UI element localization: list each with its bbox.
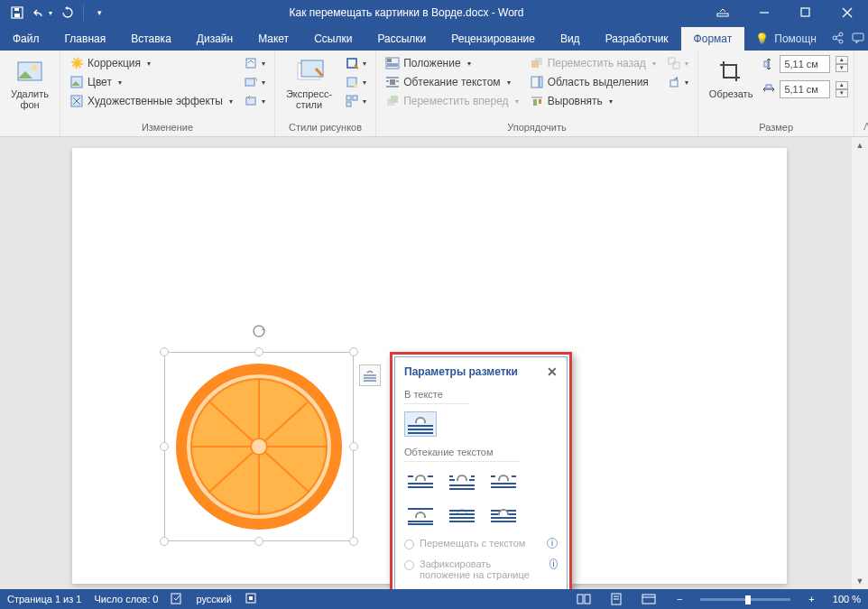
artistic-effects-button[interactable]: Художественные эффекты▾ bbox=[66, 92, 236, 110]
svg-rect-13 bbox=[853, 33, 863, 41]
minimize-button[interactable] bbox=[743, 0, 785, 25]
zoom-in-button[interactable]: + bbox=[803, 594, 819, 604]
reset-pic-icon bbox=[244, 94, 258, 108]
align-button[interactable]: Выровнять▾ bbox=[526, 92, 660, 110]
ribbon-collapse-area: ᐱ bbox=[854, 51, 868, 136]
close-button[interactable] bbox=[826, 0, 868, 25]
resize-handle-sw[interactable] bbox=[160, 537, 169, 546]
undo-button[interactable]: ▾ bbox=[31, 2, 54, 23]
popup-close-button[interactable]: ✕ bbox=[547, 364, 558, 379]
save-button[interactable] bbox=[5, 2, 29, 23]
tab-view[interactable]: Вид bbox=[548, 27, 593, 51]
change-picture-button[interactable]: ▾ bbox=[240, 73, 269, 91]
svg-rect-1 bbox=[14, 14, 20, 17]
tab-format[interactable]: Формат bbox=[681, 27, 745, 51]
print-layout-button[interactable] bbox=[606, 591, 626, 607]
resize-handle-w[interactable] bbox=[160, 442, 169, 451]
height-field[interactable]: 5,11 см ▴▾ bbox=[762, 54, 848, 74]
group-title-arrange: Упорядочить bbox=[382, 120, 692, 134]
wrap-infront-option[interactable] bbox=[487, 503, 520, 529]
rotate-handle[interactable] bbox=[251, 323, 267, 339]
redo-button[interactable] bbox=[56, 2, 79, 23]
selection-pane-icon bbox=[530, 75, 544, 89]
width-up[interactable]: ▴ bbox=[836, 81, 848, 89]
resize-handle-n[interactable] bbox=[254, 347, 263, 356]
zoom-level[interactable]: 100 % bbox=[833, 594, 861, 604]
svg-rect-43 bbox=[540, 77, 542, 88]
crop-button[interactable]: Обрезать bbox=[704, 54, 759, 103]
rotate-button[interactable]: ▾ bbox=[663, 73, 692, 91]
ribbon-options-button[interactable] bbox=[702, 0, 743, 25]
svg-line-12 bbox=[836, 39, 840, 41]
macro-icon[interactable] bbox=[245, 592, 257, 606]
resize-handle-e[interactable] bbox=[349, 442, 358, 451]
wrap-square-option[interactable] bbox=[404, 469, 437, 494]
wrap-through-option[interactable] bbox=[487, 469, 520, 494]
see-more-link[interactable]: См. далее... bbox=[404, 587, 558, 589]
tab-developer[interactable]: Разработчик bbox=[593, 27, 681, 51]
qat-customize[interactable]: ▾ bbox=[88, 2, 111, 23]
layout-options-button[interactable] bbox=[359, 364, 381, 386]
resize-handle-nw[interactable] bbox=[160, 347, 169, 356]
tab-insert[interactable]: Вставка bbox=[118, 27, 184, 51]
resize-handle-s[interactable] bbox=[254, 537, 263, 546]
selected-image[interactable] bbox=[164, 352, 354, 541]
wrap-behind-option[interactable] bbox=[446, 503, 478, 529]
word-count[interactable]: Число слов: 0 bbox=[94, 594, 158, 604]
language-indicator[interactable]: русский bbox=[196, 594, 231, 604]
zoom-slider[interactable] bbox=[700, 598, 790, 601]
tab-mailings[interactable]: Рассылки bbox=[365, 27, 439, 51]
svg-rect-19 bbox=[245, 78, 254, 86]
wrap-topbottom-option[interactable] bbox=[404, 503, 437, 529]
maximize-button[interactable] bbox=[785, 0, 826, 25]
group-objects-button: ▾ bbox=[663, 54, 692, 72]
vertical-scrollbar[interactable]: ▲ ▼ bbox=[852, 137, 868, 589]
svg-rect-42 bbox=[531, 77, 539, 88]
wrap-inline-option[interactable] bbox=[404, 411, 437, 437]
proofing-icon[interactable] bbox=[171, 592, 183, 606]
tell-me[interactable]: 💡Помощн bbox=[744, 27, 827, 51]
collapse-ribbon-button[interactable]: ᐱ bbox=[860, 119, 868, 134]
selection-pane-button[interactable]: Область выделения bbox=[526, 73, 660, 91]
color-button[interactable]: Цвет▾ bbox=[66, 73, 236, 91]
width-field[interactable]: 5,11 см ▴▾ bbox=[762, 79, 848, 99]
zoom-out-button[interactable]: − bbox=[671, 594, 688, 604]
tab-layout[interactable]: Макет bbox=[245, 27, 301, 51]
resize-handle-se[interactable] bbox=[349, 537, 358, 546]
comments-button[interactable] bbox=[847, 25, 868, 51]
group-adjust: ☀️Коррекция▾ Цвет▾ Художественные эффект… bbox=[60, 51, 275, 136]
share-button[interactable] bbox=[827, 25, 848, 51]
info-icon[interactable]: i bbox=[549, 558, 558, 569]
scroll-down[interactable]: ▼ bbox=[852, 573, 868, 589]
picture-border-button[interactable]: ▾ bbox=[341, 54, 370, 72]
wrap-text-button[interactable]: Обтекание текстом▾ bbox=[382, 73, 522, 91]
tab-home[interactable]: Главная bbox=[52, 27, 119, 51]
web-layout-button[interactable] bbox=[639, 591, 659, 607]
send-backward-icon bbox=[530, 56, 544, 70]
scroll-up[interactable]: ▲ bbox=[852, 137, 868, 153]
quick-styles-button[interactable]: Экспресс-стили bbox=[281, 54, 337, 114]
tab-file[interactable]: Файл bbox=[0, 27, 52, 51]
svg-rect-61 bbox=[171, 594, 180, 604]
info-icon[interactable]: i bbox=[547, 538, 558, 549]
picture-effects-button[interactable]: ▾ bbox=[341, 73, 370, 91]
page-indicator[interactable]: Страница 1 из 1 bbox=[7, 594, 81, 604]
reset-picture-button[interactable]: ▾ bbox=[240, 92, 269, 110]
remove-background-button[interactable]: Удалить фон bbox=[5, 54, 54, 114]
height-down[interactable]: ▾ bbox=[836, 64, 848, 72]
picture-layout-button[interactable]: ▾ bbox=[341, 92, 370, 110]
wrap-tight-option[interactable] bbox=[446, 469, 478, 494]
position-button[interactable]: Положение▾ bbox=[382, 54, 522, 72]
corrections-button[interactable]: ☀️Коррекция▾ bbox=[66, 54, 236, 72]
bring-forward-icon bbox=[385, 94, 400, 108]
tab-review[interactable]: Рецензирование bbox=[439, 27, 548, 51]
tab-design[interactable]: Дизайн bbox=[184, 27, 245, 51]
svg-rect-53 bbox=[766, 85, 771, 88]
height-up[interactable]: ▴ bbox=[836, 56, 848, 64]
width-down[interactable]: ▾ bbox=[836, 89, 848, 97]
tab-references[interactable]: Ссылки bbox=[301, 27, 365, 51]
compress-pictures-button[interactable]: ▾ bbox=[240, 54, 269, 72]
resize-handle-ne[interactable] bbox=[349, 347, 358, 356]
color-icon bbox=[69, 75, 84, 89]
read-mode-button[interactable] bbox=[574, 591, 594, 607]
